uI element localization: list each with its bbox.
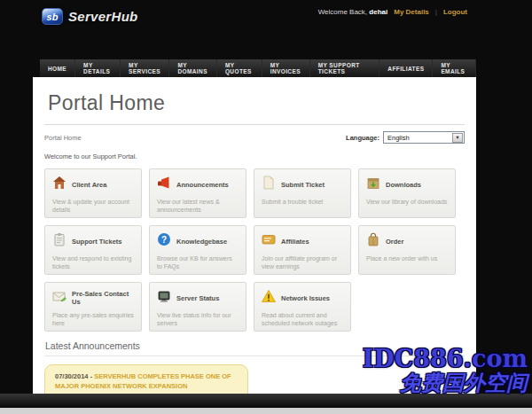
box-title: Server Status [176,294,219,302]
bag-icon [366,232,380,250]
nav-my-services[interactable]: MY SERVICES [121,59,169,77]
box-submit-ticket[interactable]: Submit Ticket Submit a trouble ticket [254,168,351,218]
serverhub-logo-icon: sb [42,8,63,25]
nav-my-quotes[interactable]: MY QUOTES [217,59,262,77]
my-details-link[interactable]: My Details [394,8,429,16]
footer-dark-band [0,394,532,408]
nav-my-domains[interactable]: MY DOMAINS [169,59,217,77]
box-title: Affiliates [281,238,309,246]
language-label: Language: [346,134,379,142]
main-nav: HOME MY DETAILS MY SERVICES MY DOMAINS M… [40,59,476,77]
box-desc: Join our affiliate program or view earni… [262,254,343,271]
nav-affiliates[interactable]: AFFILIATES [379,59,433,77]
box-desc: View our latest news & announcements [157,198,239,215]
page-title: Portal Home [48,91,465,115]
svg-text:?: ? [161,235,167,245]
box-title: Pre-Sales Contact Us [72,290,134,306]
warning-icon [262,289,276,307]
question-icon: ? [157,232,171,250]
box-desc: View our library of downloads [366,198,448,206]
support-portal-welcome: Welcome to our Support Portal. [44,152,465,160]
nav-my-support-tickets[interactable]: MY SUPPORT TICKETS [310,59,380,77]
box-desc: Read about current and scheduled network… [262,311,343,328]
box-title: Submit Ticket [281,181,325,189]
username: dehai [369,8,387,16]
box-server-status[interactable]: Server Status View live status info for … [149,282,246,332]
box-desc: Submit a trouble ticket [262,198,343,206]
breadcrumb-row: Portal Home Language: English ▼ [44,125,465,151]
portal-box-grid: Client Area View & update your account d… [44,168,465,332]
clipboard-icon [52,232,66,250]
box-knowledgebase[interactable]: ? Knowledgebase Browse our KB for answer… [149,225,246,275]
card-icon [262,232,276,250]
box-order[interactable]: Order Place a new order with us [358,225,456,275]
megaphone-icon [157,176,171,193]
box-announcements[interactable]: Announcements View our latest news & ann… [149,168,246,218]
server-icon [157,289,171,307]
box-desc: Place a new order with us [366,254,448,262]
content-area: Portal Home Portal Home Language: Englis… [33,77,476,394]
box-client-area[interactable]: Client Area View & update your account d… [44,168,142,218]
top-header: sb ServerHub Welcome Back, dehai My Deta… [0,0,532,59]
box-title: Network Issues [281,294,330,302]
box-pre-sales-contact[interactable]: Pre-Sales Contact Us Place any pre-sales… [44,282,142,332]
nav-home[interactable]: HOME [40,59,75,77]
house-icon [52,176,66,193]
serverhub-logo-text: ServerHub [68,9,138,24]
footer-gray-strip [0,408,532,414]
announcement-item: 07/30/2014 - SERVERHUB COMPLETES PHASE O… [44,364,248,394]
serverhub-logo[interactable]: sb ServerHub [42,8,138,25]
account-links: Welcome Back, dehai My Details | Logout [318,8,467,16]
box-title: Announcements [176,181,229,189]
box-desc: View live status info for our servers [157,311,239,328]
latest-announcements-heading: Latest Announcements [44,340,465,356]
box-network-issues[interactable]: Network Issues Read about current and sc… [254,282,351,332]
nav-my-emails[interactable]: MY EMAILS [433,59,476,77]
announcement-separator: - [90,372,93,380]
box-title: Client Area [72,181,106,189]
nav-my-details[interactable]: MY DETAILS [75,59,121,77]
box-title: Knowledgebase [176,238,227,246]
nav-my-invoices[interactable]: MY INVOICES [262,59,310,77]
box-title: Downloads [386,181,421,189]
box-affiliates[interactable]: Affiliates Join our affiliate program or… [254,225,351,275]
box-desc: Place any pre-sales enquiries here [52,311,134,328]
box-downloads[interactable]: Downloads View our library of downloads [358,168,456,218]
welcome-text: Welcome Back, dehai [318,8,388,16]
portal-home-screen: sb ServerHub Welcome Back, dehai My Deta… [0,0,532,414]
logout-link[interactable]: Logout [443,8,467,16]
language-selector: Language: English ▼ [346,131,465,144]
header-separator: | [435,8,437,16]
document-icon [262,176,276,193]
latest-announcements-section: Latest Announcements 07/30/2014 - SERVER… [44,340,465,394]
chevron-down-icon[interactable]: ▼ [452,133,463,143]
language-select[interactable]: English ▼ [383,131,465,144]
language-select-value: English [384,134,452,142]
announcement-date: 07/30/2014 [55,372,89,380]
envelope-icon [52,289,66,307]
box-desc: Browse our KB for answers to FAQs [157,254,239,271]
box-desc: View & update your account details [52,198,134,215]
box-title: Order [386,238,403,246]
breadcrumb: Portal Home [44,134,82,142]
box-desc: View and respond to existing tickets [52,254,134,271]
box-title: Support Tickets [72,238,122,246]
box-support-tickets[interactable]: Support Tickets View and respond to exis… [44,225,142,275]
package-icon [366,176,380,193]
